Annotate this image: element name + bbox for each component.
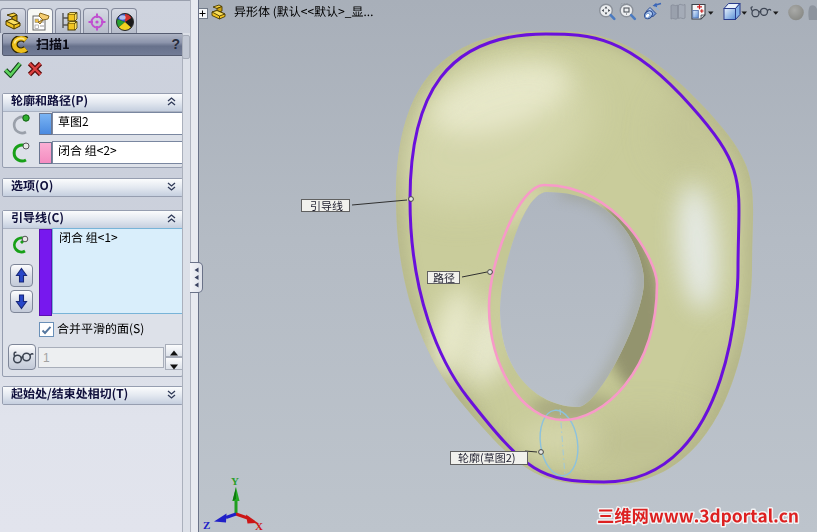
svg-text:Z: Z — [203, 519, 210, 531]
svg-text:Y: Y — [231, 475, 239, 487]
svg-text:X: X — [255, 520, 263, 532]
